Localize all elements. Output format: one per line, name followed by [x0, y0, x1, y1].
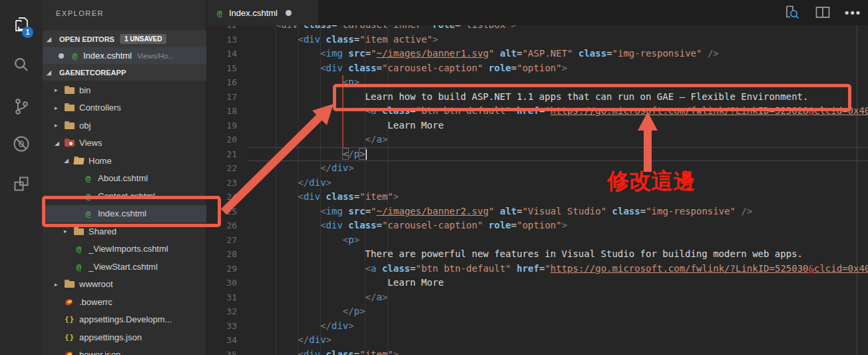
tree-item-label: Home	[89, 156, 112, 166]
code-line-25[interactable]: 25 <img src="~/images/banner2.svg" alt="…	[206, 204, 868, 219]
line-content: </p>	[237, 149, 367, 159]
line-number: 26	[206, 218, 237, 233]
tree-item-shared[interactable]: ▸Shared	[43, 222, 206, 240]
line-number: 19	[206, 119, 237, 133]
split-editor-icon[interactable]	[814, 4, 831, 21]
code-line-18[interactable]: 18 <a class="btn btn-default" href="http…	[206, 104, 868, 119]
source-control-icon[interactable]	[0, 89, 43, 124]
chevron-right-icon: ▸	[55, 105, 64, 111]
tree-item-controllers[interactable]: ▸Controllers	[43, 99, 206, 117]
tab-dirty-indicator-icon[interactable]	[286, 10, 292, 16]
code-line-34[interactable]: 34 </div>	[206, 333, 868, 348]
code-line-35[interactable]: 35 <div class="item">	[206, 348, 868, 355]
code-line-32[interactable]: 32 </p>	[206, 304, 868, 319]
line-number: 29	[206, 262, 237, 276]
code-line-16[interactable]: 16 <p>	[206, 75, 868, 90]
line-content: </a>	[237, 134, 387, 145]
tree-item-index-cshtml[interactable]: @Index.cshtml	[43, 205, 206, 223]
tree-item-obj[interactable]: ▸obj	[43, 117, 206, 135]
sidebar-title: EXPLORER	[56, 9, 104, 17]
line-content: <img src="~/images/banner2.svg" alt="Vis…	[237, 206, 752, 216]
tree-item-appsettings-developm-[interactable]: {}appsettings.Developm...	[43, 311, 206, 329]
project-section-header[interactable]: ◢ GAENETCOREAPP	[43, 64, 206, 81]
json-icon: {}	[64, 314, 75, 324]
explorer-icon[interactable]: 1	[0, 8, 43, 43]
vscode-window: 1 EXPLORER ◢	[0, 0, 868, 355]
code-line-20[interactable]: 20 </a>	[206, 133, 868, 147]
razor-icon: @	[73, 262, 85, 272]
code-line-19[interactable]: 19 Learn More	[206, 119, 868, 133]
line-content: Learn More	[237, 120, 444, 131]
tab-label: Index.cshtml	[229, 8, 278, 18]
line-number: 35	[206, 348, 237, 355]
line-content: <div class="carousel-inner" role="listbo…	[237, 25, 517, 30]
line-number: 30	[206, 276, 237, 290]
tree-item-wwwroot[interactable]: ▸wwwroot	[43, 276, 206, 294]
tree-item-bower-json[interactable]: bower.json	[43, 346, 206, 355]
line-number: 13	[206, 33, 237, 47]
tree-item-label: _ViewStart.cshtml	[89, 262, 158, 272]
code-editor[interactable]: 12 <div class="carousel-inner" role="lis…	[206, 25, 868, 355]
tree-item-label: wwwroot	[79, 279, 113, 289]
more-actions-icon[interactable]: •••	[845, 6, 861, 20]
line-number: 33	[206, 319, 237, 334]
tab-index-cshtml[interactable]: @ Index.cshtml	[206, 0, 318, 25]
code-line-26[interactable]: 26 <div class="carousel-caption" role="o…	[206, 218, 868, 233]
activity-bar: 1	[0, 0, 43, 355]
sidebar-explorer: EXPLORER ◢ OPEN EDITORS 1 UNSAVED @ Inde…	[43, 0, 206, 355]
chevron-right-icon: ▸	[64, 228, 73, 234]
tree-item-contact-cshtml[interactable]: @Contact.cshtml	[43, 187, 206, 205]
line-number: 24	[206, 190, 237, 204]
tree-item-label: .bowerrc	[79, 297, 112, 307]
code-line-15[interactable]: 15 <div class="carousel-caption" role="o…	[206, 61, 868, 76]
code-line-27[interactable]: 27 <p>	[206, 233, 868, 248]
code-line-13[interactable]: 13 <div class="item active">	[206, 33, 868, 47]
line-content: </div>	[237, 334, 331, 345]
line-content: </div>	[237, 320, 354, 331]
chevron-down-icon: ◢	[47, 69, 56, 76]
razor-file-icon: @	[69, 51, 81, 61]
folder-open-icon	[73, 156, 85, 166]
code-line-21[interactable]: 21 </p>	[206, 147, 868, 162]
chevron-down-icon: ◢	[55, 140, 64, 147]
tree-item-bin[interactable]: ▸bin	[43, 81, 206, 99]
code-line-29[interactable]: 29 <a class="btn btn-default" href="http…	[206, 262, 868, 276]
extensions-icon[interactable]	[0, 167, 43, 201]
line-number: 23	[206, 176, 237, 190]
open-editor-name: Index.cshtml	[83, 51, 132, 61]
line-content: <img src="~/images/banner1.svg" alt="ASP…	[237, 48, 719, 59]
editor-group: @ Index.cshtml •••	[206, 0, 868, 355]
line-number: 18	[206, 104, 237, 119]
tree-item--viewimports-cshtml[interactable]: @_ViewImports.cshtml	[43, 240, 206, 258]
tree-item-appsettings-json[interactable]: {}appsettings.json	[43, 328, 206, 346]
text-cursor	[365, 149, 367, 160]
line-number: 31	[206, 290, 237, 305]
open-editors-header[interactable]: ◢ OPEN EDITORS 1 UNSAVED	[43, 31, 206, 47]
tree-item--bowerrc[interactable]: .bowerrc	[43, 293, 206, 311]
line-number: 25	[206, 204, 237, 219]
code-line-28[interactable]: 28 There are powerful new features in Vi…	[206, 247, 868, 262]
tree-item--viewstart-cshtml[interactable]: @_ViewStart.cshtml	[43, 258, 206, 276]
code-line-33[interactable]: 33 </div>	[206, 319, 868, 334]
line-content: </div>	[237, 177, 331, 188]
tree-item-home[interactable]: ◢Home	[43, 152, 206, 170]
code-line-23[interactable]: 23 </div>	[206, 176, 868, 190]
code-line-12[interactable]: 12 <div class="carousel-inner" role="lis…	[206, 25, 868, 33]
folder-views-icon	[64, 138, 75, 148]
tab-bar: @ Index.cshtml •••	[206, 0, 868, 25]
code-line-17[interactable]: 17 Learn how to build ASP.NET 1.1 apps t…	[206, 90, 868, 105]
debug-disabled-icon[interactable]	[0, 127, 43, 161]
open-editor-description: Views/Ho...	[137, 52, 174, 60]
open-editor-item-index-cshtml[interactable]: @ Index.cshtml Views/Ho...	[43, 47, 206, 64]
code-line-14[interactable]: 14 <img src="~/images/banner1.svg" alt="…	[206, 47, 868, 61]
code-line-22[interactable]: 22 </div>	[206, 161, 868, 176]
razor-file-icon: @	[214, 8, 225, 18]
code-line-31[interactable]: 31 </a>	[206, 290, 868, 305]
tree-item-views[interactable]: ◢Views	[43, 135, 206, 153]
search-icon[interactable]	[0, 48, 43, 83]
code-line-24[interactable]: 24 <div class="item">	[206, 190, 868, 204]
open-changes-icon[interactable]	[783, 4, 801, 21]
dirty-indicator-icon	[59, 53, 64, 59]
code-line-30[interactable]: 30 Learn More	[206, 276, 868, 290]
tree-item-about-cshtml[interactable]: @About.cshtml	[43, 170, 206, 188]
